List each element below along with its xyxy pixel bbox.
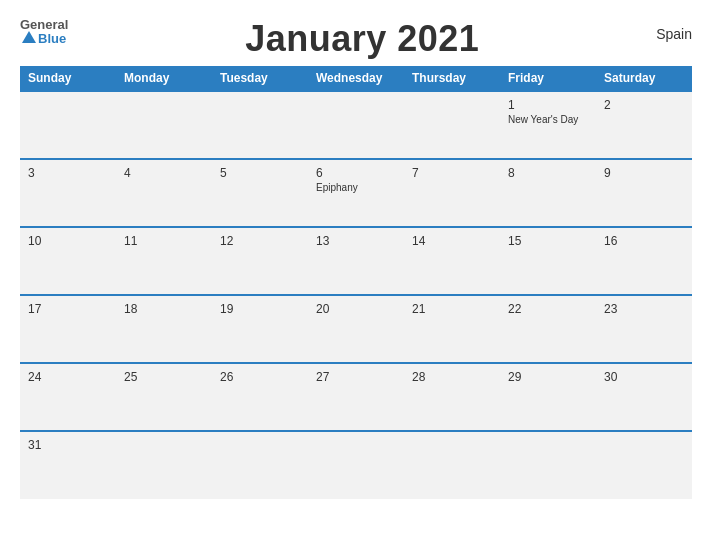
calendar-cell: 19 xyxy=(212,295,308,363)
calendar-header: SundayMondayTuesdayWednesdayThursdayFrid… xyxy=(20,66,692,91)
calendar-cell: 21 xyxy=(404,295,500,363)
day-number: 19 xyxy=(220,302,300,316)
day-number: 12 xyxy=(220,234,300,248)
calendar-cell xyxy=(404,91,500,159)
calendar-cell: 23 xyxy=(596,295,692,363)
week-row-5: 31 xyxy=(20,431,692,499)
day-number: 5 xyxy=(220,166,300,180)
day-number: 14 xyxy=(412,234,492,248)
day-number: 28 xyxy=(412,370,492,384)
day-number: 17 xyxy=(28,302,108,316)
day-number: 3 xyxy=(28,166,108,180)
calendar-cell: 17 xyxy=(20,295,116,363)
day-number: 16 xyxy=(604,234,684,248)
day-number: 9 xyxy=(604,166,684,180)
calendar-cell: 24 xyxy=(20,363,116,431)
day-number: 7 xyxy=(412,166,492,180)
day-number: 22 xyxy=(508,302,588,316)
day-number: 1 xyxy=(508,98,588,112)
calendar-cell: 6Epiphany xyxy=(308,159,404,227)
calendar-cell xyxy=(116,431,212,499)
calendar-cell: 1New Year's Day xyxy=(500,91,596,159)
day-number: 26 xyxy=(220,370,300,384)
calendar-cell: 31 xyxy=(20,431,116,499)
calendar-cell: 12 xyxy=(212,227,308,295)
country-label: Spain xyxy=(656,26,692,42)
day-number: 13 xyxy=(316,234,396,248)
header: General Blue January 2021 Spain xyxy=(20,18,692,60)
calendar-cell xyxy=(500,431,596,499)
calendar-cell: 28 xyxy=(404,363,500,431)
calendar-cell xyxy=(20,91,116,159)
calendar-cell xyxy=(404,431,500,499)
calendar-cell xyxy=(212,431,308,499)
logo-general-text: General xyxy=(20,18,68,31)
day-number: 27 xyxy=(316,370,396,384)
calendar-cell xyxy=(308,91,404,159)
calendar-cell: 13 xyxy=(308,227,404,295)
day-number: 24 xyxy=(28,370,108,384)
week-row-2: 10111213141516 xyxy=(20,227,692,295)
day-number: 8 xyxy=(508,166,588,180)
calendar-cell: 3 xyxy=(20,159,116,227)
calendar-cell: 15 xyxy=(500,227,596,295)
col-header-saturday: Saturday xyxy=(596,66,692,91)
calendar-cell xyxy=(116,91,212,159)
day-number: 18 xyxy=(124,302,204,316)
day-number: 4 xyxy=(124,166,204,180)
calendar-cell: 14 xyxy=(404,227,500,295)
calendar-cell: 29 xyxy=(500,363,596,431)
calendar-cell: 18 xyxy=(116,295,212,363)
calendar-cell: 10 xyxy=(20,227,116,295)
col-header-sunday: Sunday xyxy=(20,66,116,91)
day-number: 2 xyxy=(604,98,684,112)
calendar-cell: 5 xyxy=(212,159,308,227)
calendar-cell: 4 xyxy=(116,159,212,227)
day-number: 31 xyxy=(28,438,108,452)
day-number: 10 xyxy=(28,234,108,248)
calendar-cell: 8 xyxy=(500,159,596,227)
week-row-0: 1New Year's Day2 xyxy=(20,91,692,159)
week-row-4: 24252627282930 xyxy=(20,363,692,431)
calendar-cell: 27 xyxy=(308,363,404,431)
calendar-cell: 22 xyxy=(500,295,596,363)
day-number: 11 xyxy=(124,234,204,248)
logo-blue-text: Blue xyxy=(38,32,66,45)
calendar-table: SundayMondayTuesdayWednesdayThursdayFrid… xyxy=(20,66,692,499)
calendar-cell: 25 xyxy=(116,363,212,431)
day-number: 25 xyxy=(124,370,204,384)
day-number: 30 xyxy=(604,370,684,384)
calendar-cell: 30 xyxy=(596,363,692,431)
calendar-page: General Blue January 2021 Spain SundayMo… xyxy=(0,0,712,550)
calendar-cell: 7 xyxy=(404,159,500,227)
day-number: 29 xyxy=(508,370,588,384)
week-row-1: 3456Epiphany789 xyxy=(20,159,692,227)
col-header-wednesday: Wednesday xyxy=(308,66,404,91)
week-row-3: 17181920212223 xyxy=(20,295,692,363)
calendar-cell: 20 xyxy=(308,295,404,363)
col-header-tuesday: Tuesday xyxy=(212,66,308,91)
col-header-thursday: Thursday xyxy=(404,66,500,91)
event-label: Epiphany xyxy=(316,182,396,193)
calendar-cell: 16 xyxy=(596,227,692,295)
calendar-cell: 26 xyxy=(212,363,308,431)
event-label: New Year's Day xyxy=(508,114,588,125)
title-area: January 2021 xyxy=(68,18,656,60)
day-number: 23 xyxy=(604,302,684,316)
col-header-friday: Friday xyxy=(500,66,596,91)
day-number: 15 xyxy=(508,234,588,248)
days-of-week-row: SundayMondayTuesdayWednesdayThursdayFrid… xyxy=(20,66,692,91)
calendar-cell xyxy=(596,431,692,499)
calendar-cell: 9 xyxy=(596,159,692,227)
calendar-cell: 11 xyxy=(116,227,212,295)
col-header-monday: Monday xyxy=(116,66,212,91)
day-number: 21 xyxy=(412,302,492,316)
calendar-cell: 2 xyxy=(596,91,692,159)
logo: General Blue xyxy=(20,18,68,45)
calendar-body: 1New Year's Day23456Epiphany789101112131… xyxy=(20,91,692,499)
calendar-title: January 2021 xyxy=(68,18,656,60)
calendar-cell xyxy=(212,91,308,159)
day-number: 6 xyxy=(316,166,396,180)
day-number: 20 xyxy=(316,302,396,316)
logo-triangle-icon xyxy=(22,31,36,43)
